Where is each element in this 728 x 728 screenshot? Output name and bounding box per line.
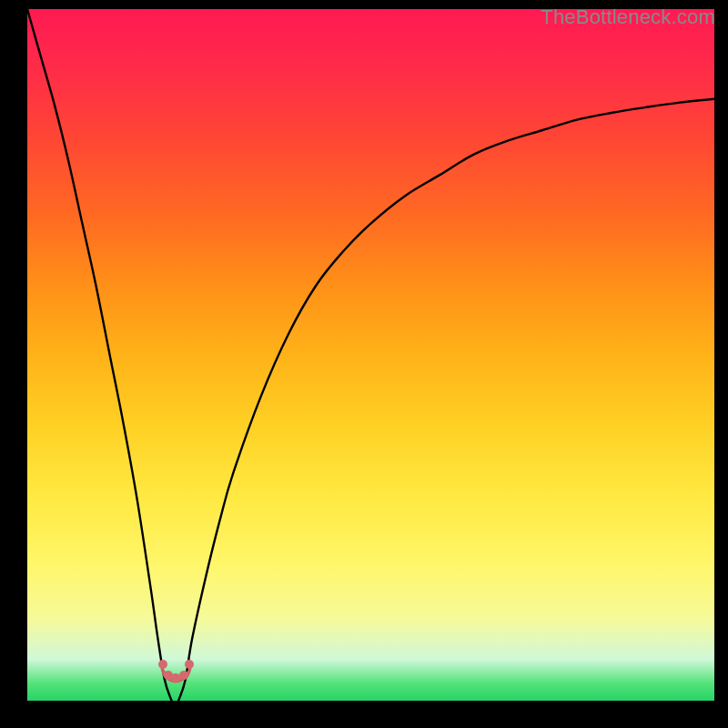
svg-point-0 — [158, 660, 167, 669]
svg-point-1 — [185, 660, 194, 669]
minimum-marker — [27, 9, 714, 701]
svg-point-3 — [179, 671, 188, 680]
svg-point-4 — [171, 673, 180, 682]
chart-area — [27, 9, 714, 701]
